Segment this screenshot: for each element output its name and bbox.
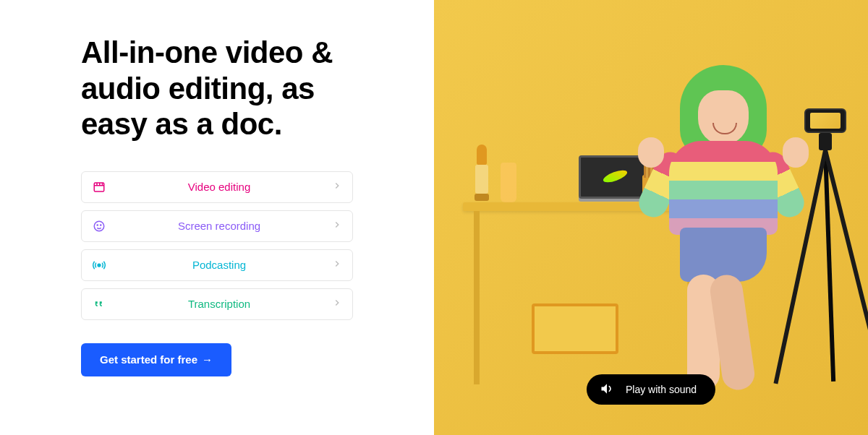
chevron-right-icon — [332, 298, 342, 311]
svg-point-5 — [94, 221, 104, 231]
tripod-prop — [796, 108, 861, 397]
svg-point-7 — [101, 225, 101, 225]
cta-label: Get started for free — [100, 353, 197, 366]
feature-label: Podcasting — [106, 259, 332, 271]
lava-lamp-prop — [477, 145, 486, 202]
chevron-right-icon — [332, 181, 342, 194]
feature-label: Video editing — [106, 181, 332, 193]
chevron-right-icon — [332, 220, 342, 233]
play-with-sound-button[interactable]: Play with sound — [587, 374, 715, 405]
feature-podcasting[interactable]: Podcasting — [81, 249, 353, 281]
hero-headline: All-in-one video & audio editing, as eas… — [81, 35, 353, 142]
broadcast-icon — [92, 258, 106, 272]
sound-button-label: Play with sound — [626, 384, 697, 395]
hero-left-panel: All-in-one video & audio editing, as eas… — [0, 0, 434, 435]
feature-label: Transcription — [106, 298, 332, 310]
jar-prop — [501, 163, 516, 202]
speaker-icon — [600, 382, 614, 398]
feature-screen-recording[interactable]: Screen recording — [81, 210, 353, 242]
arrow-right-icon: → — [202, 353, 213, 366]
feature-label: Screen recording — [106, 220, 332, 232]
hero-video-panel: Play with sound — [434, 0, 868, 435]
feature-video-editing[interactable]: Video editing — [81, 171, 353, 203]
svg-point-8 — [98, 264, 101, 267]
svg-point-6 — [97, 225, 98, 225]
feature-list: Video editing Screen recording — [81, 171, 353, 320]
quote-icon — [92, 297, 106, 311]
chevron-right-icon — [332, 259, 342, 272]
desk-leg-prop — [474, 211, 480, 384]
face-icon — [92, 219, 106, 233]
video-preview-scene — [434, 0, 868, 435]
film-icon — [92, 180, 106, 194]
feature-transcription[interactable]: Transcription — [81, 288, 353, 320]
phone-on-tripod-prop — [804, 108, 846, 133]
floor-box-prop — [532, 303, 618, 354]
person-illustration — [644, 65, 796, 383]
get-started-button[interactable]: Get started for free → — [81, 343, 231, 376]
